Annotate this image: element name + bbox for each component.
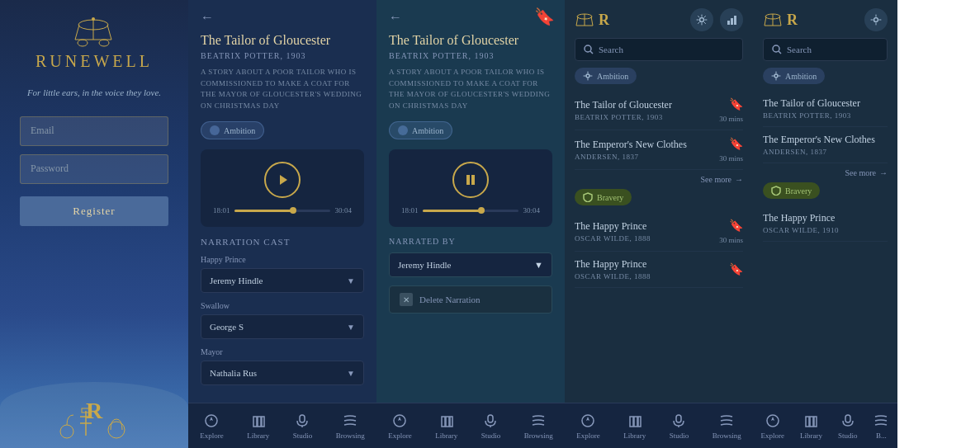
search-bar[interactable]: Search: [575, 38, 743, 61]
browse2-nav-library[interactable]: Library: [800, 413, 822, 440]
nav-library[interactable]: Library: [247, 413, 269, 440]
browse2-book-3-info: The Happy Prince Oscar Wilde, 1910: [763, 212, 888, 234]
svg-line-49: [779, 17, 781, 26]
svg-line-2: [107, 25, 111, 40]
chevron-down-icon-2: ▼: [347, 323, 355, 332]
browse-logo: R: [575, 12, 609, 29]
playing-browsing-label: Browsing: [524, 431, 553, 440]
see-more-label: See more: [701, 175, 732, 184]
password-field[interactable]: [20, 154, 168, 184]
delete-narration-button[interactable]: ✕ Delete Narration: [389, 285, 552, 314]
bookmark-icon[interactable]: 🔖: [534, 7, 555, 26]
cast-dropdown-1[interactable]: Jeremy Hindle ▼: [201, 268, 364, 293]
browse2-nav-studio[interactable]: Studio: [838, 413, 858, 440]
book-title: The Tailor of Gloucester: [201, 33, 364, 48]
book-item-1: The Tailor of Gloucester Beatrix Potter,…: [575, 91, 743, 130]
browse-explore-label: Explore: [576, 431, 600, 440]
search-input[interactable]: Search: [599, 45, 734, 54]
playing-tag-icon: [398, 125, 408, 135]
browse-nav-browsing[interactable]: Browsing: [713, 413, 741, 440]
book-2-info: The Emperor's New Clothes Andersen, 1837: [575, 139, 719, 161]
browse2-nav-explore[interactable]: Explore: [760, 413, 784, 440]
browse2-bravery-tag[interactable]: Bravery: [763, 182, 820, 199]
pause-button[interactable]: [452, 162, 489, 198]
playing-book-description: A story about a poor tailor who is commi…: [389, 67, 552, 111]
browse-nav-studio[interactable]: Studio: [670, 413, 689, 440]
svg-rect-44: [638, 417, 641, 427]
book-1-duration: 30 mins: [719, 115, 743, 123]
svg-rect-16: [262, 417, 264, 427]
nav-studio[interactable]: Studio: [293, 413, 313, 440]
ambition-tag[interactable]: Ambition: [201, 121, 264, 139]
chevron-down-icon-3: ▼: [347, 369, 355, 378]
time-current: 18:01: [213, 206, 230, 215]
browse2-nav-b[interactable]: B...: [873, 413, 889, 440]
browse2-explore-label: Explore: [760, 431, 784, 440]
playing-progress-bar[interactable]: [423, 210, 519, 212]
browse2-search-input[interactable]: Search: [787, 45, 878, 54]
browse2-see-more[interactable]: See more →: [763, 163, 888, 182]
playing-progress-container: 18:01 30:04: [401, 206, 540, 215]
book-1-meta: 🔖 30 mins: [719, 97, 743, 123]
svg-marker-13: [210, 417, 213, 421]
nav-browsing-label: Browsing: [336, 431, 365, 440]
ambition-section-tag[interactable]: Ambition: [575, 68, 637, 84]
bookmark-1-icon[interactable]: 🔖: [729, 97, 743, 111]
playing-back-button[interactable]: ←: [389, 10, 552, 25]
playing-ambition-tag[interactable]: Ambition: [389, 121, 452, 139]
playing-nav-browsing[interactable]: Browsing: [524, 413, 553, 440]
play-button[interactable]: [264, 162, 301, 198]
svg-rect-14: [253, 417, 257, 427]
playing-audio-player: 18:01 30:04: [389, 149, 552, 227]
browse-compass-icon: [580, 413, 596, 429]
narrator-name: Jeremy Hindle: [398, 260, 451, 270]
browse-r-letter: R: [599, 12, 609, 29]
back-button[interactable]: ←: [201, 10, 364, 25]
arrow-right-icon: →: [735, 175, 743, 184]
register-button[interactable]: Register: [20, 196, 168, 226]
see-more-ambition[interactable]: See more →: [575, 170, 743, 189]
browse2-search-bar[interactable]: Search: [763, 38, 888, 61]
browse2-ambition-tag[interactable]: Ambition: [763, 68, 825, 84]
bookmark-3-icon[interactable]: 🔖: [729, 219, 743, 233]
progress-bar[interactable]: [234, 210, 331, 212]
playing-nav-library[interactable]: Library: [435, 413, 457, 440]
bookmark-2-icon[interactable]: 🔖: [729, 137, 743, 151]
nav-browsing[interactable]: Browsing: [336, 413, 365, 440]
chart-icon-button[interactable]: [720, 8, 743, 31]
browse-nav-library[interactable]: Library: [623, 413, 646, 440]
narrator-dropdown[interactable]: Jeremy Hindle ▼: [389, 252, 552, 277]
browse-nav-explore[interactable]: Explore: [576, 413, 600, 440]
cast-dropdown-3[interactable]: Nathalia Rus ▼: [201, 361, 364, 385]
browse2-ambition-label: Ambition: [785, 72, 817, 81]
email-field[interactable]: [20, 116, 168, 146]
settings-icon-button[interactable]: [690, 8, 713, 31]
nav-explore[interactable]: Explore: [200, 413, 224, 440]
book-3-meta: 🔖 30 mins: [719, 219, 743, 244]
playing-bottom-nav: Explore Library Studio Browsing: [376, 403, 565, 448]
playing-progress-dot: [478, 207, 485, 214]
playing-content: ← 🔖 The Tailor of Gloucester Beatrix Pot…: [376, 0, 565, 403]
narrated-by-label: Narrated by: [389, 237, 552, 246]
browse2-book-1-title: The Tailor of Gloucester: [763, 97, 888, 110]
browse2-book-2-author: Andersen, 1837: [763, 148, 888, 156]
svg-point-53: [773, 45, 779, 52]
playing-library-icon: [438, 413, 455, 429]
book-item-2: The Emperor's New Clothes Andersen, 1837…: [575, 130, 743, 170]
svg-rect-61: [845, 415, 850, 422]
browse2-compass-icon: [765, 413, 781, 429]
book-1-info: The Tailor of Gloucester Beatrix Potter,…: [575, 99, 719, 121]
browse2-content: R Search Ambition The Tailor of Gloucest…: [753, 0, 897, 403]
bravery-section-tag[interactable]: Bravery: [575, 189, 632, 205]
browse2-settings-icon[interactable]: [864, 8, 888, 31]
browse-studio-label: Studio: [670, 431, 689, 440]
book-2-meta: 🔖 30 mins: [719, 137, 743, 163]
time-total: 30:04: [334, 206, 352, 215]
book-3-info: The Happy Prince Oscar Wilde, 1888: [575, 220, 719, 243]
cast-dropdown-2[interactable]: George S ▼: [201, 314, 364, 339]
playing-nav-studio[interactable]: Studio: [481, 413, 501, 440]
playing-compass-icon: [391, 413, 408, 429]
bookmark-4-icon[interactable]: 🔖: [729, 262, 743, 276]
playing-nav-explore[interactable]: Explore: [388, 413, 412, 440]
progress-dot: [290, 207, 296, 214]
